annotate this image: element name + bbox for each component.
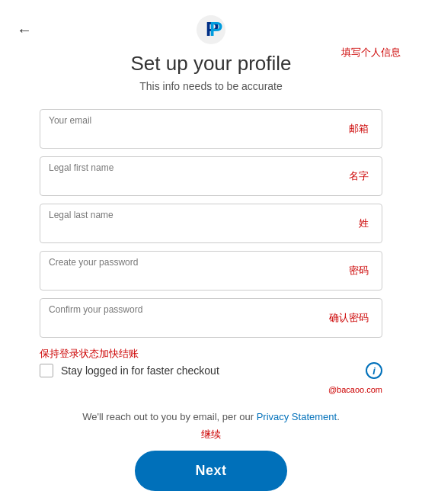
form-section: Your email 邮箱 Legal first name 名字 Legal … [0,109,422,338]
checkbox-label: Stay logged in for faster checkout [61,364,219,377]
checkbox-row: 保持登录状态加快结账 Stay logged in for faster che… [0,362,422,379]
annotation-top-right: 填写个人信息 [341,46,401,59]
privacy-text-before: We'll reach out to you by email, per our [82,411,256,422]
password-field-container: Create your password 密码 [40,251,382,291]
paypal-logo: P P [0,8,422,44]
back-button[interactable]: ← [17,21,32,39]
last-name-input[interactable] [40,204,382,243]
privacy-link[interactable]: Privacy Statement [257,411,337,422]
first-name-field-container: Legal first name 名字 [40,156,382,196]
info-icon[interactable]: i [366,362,382,379]
confirm-password-input[interactable] [40,298,382,338]
continue-annotation: 继续 [0,428,422,441]
last-name-field-container: Legal last name 姓 [40,204,382,243]
password-input[interactable] [40,251,382,291]
bacaoo-annotation: @bacaoo.com [328,385,382,394]
first-name-input[interactable] [40,156,382,196]
next-button-container: Next [0,451,422,491]
email-field-container: Your email 邮箱 [40,109,382,149]
svg-text:P: P [209,18,222,40]
email-input[interactable] [40,109,382,149]
next-button[interactable]: Next [135,451,287,491]
stay-logged-in-checkbox[interactable] [40,364,53,377]
page-subtitle: This info needs to be accurate [0,80,422,92]
privacy-text-after: . [337,411,340,422]
checkbox-annotation: 保持登录状态加快结账 [40,347,139,361]
privacy-section: We'll reach out to you by email, per our… [0,409,422,425]
confirm-password-field-container: Confirm your password 确认密码 [40,298,382,338]
page-container: ← 填写个人信息 P P Set up your profile This in… [0,8,422,504]
